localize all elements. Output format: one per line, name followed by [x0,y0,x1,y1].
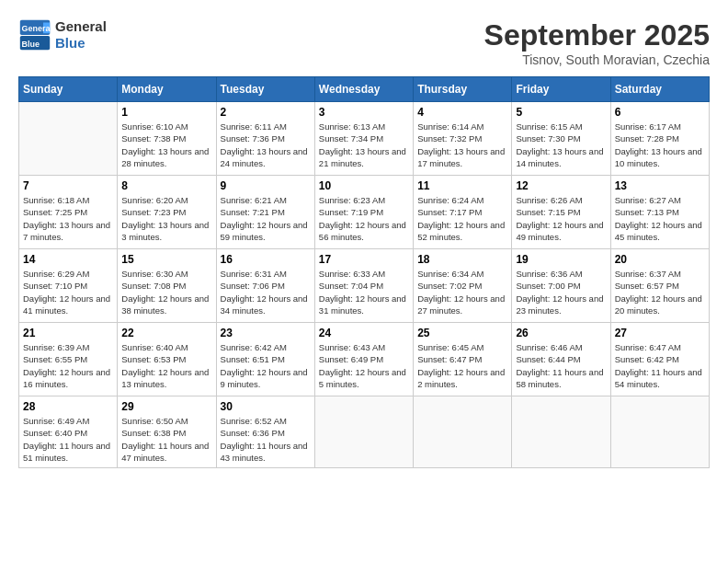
weekday-header-saturday: Saturday [610,77,709,102]
day-info: Sunrise: 6:17 AMSunset: 7:28 PMDaylight:… [615,121,705,169]
day-number: 9 [221,179,311,192]
day-number: 2 [221,106,311,119]
calendar-cell: 8Sunrise: 6:20 AMSunset: 7:23 PMDaylight… [118,176,216,249]
calendar-cell: 17Sunrise: 6:33 AMSunset: 7:04 PMDayligh… [314,249,413,323]
calendar-cell: 5Sunrise: 6:15 AMSunset: 7:30 PMDaylight… [512,102,610,176]
calendar-cell: 4Sunrise: 6:14 AMSunset: 7:32 PMDaylight… [414,102,512,176]
day-info: Sunrise: 6:24 AMSunset: 7:17 PMDaylight:… [417,194,507,243]
weekday-header-sunday: Sunday [19,77,118,102]
day-number: 21 [23,327,113,339]
day-info: Sunrise: 6:34 AMSunset: 7:02 PMDaylight:… [417,268,507,316]
calendar-cell: 6Sunrise: 6:17 AMSunset: 7:28 PMDaylight… [610,102,709,176]
day-number: 18 [417,253,507,266]
weekday-header-tuesday: Tuesday [216,77,314,102]
day-number: 7 [23,179,113,192]
calendar-cell: 2Sunrise: 6:11 AMSunset: 7:36 PMDaylight… [216,102,314,176]
weekday-header-wednesday: Wednesday [314,77,413,102]
calendar-cell: 12Sunrise: 6:26 AMSunset: 7:15 PMDayligh… [512,176,610,249]
day-info: Sunrise: 6:15 AMSunset: 7:30 PMDaylight:… [516,121,606,169]
title-block: September 2025 Tisnov, South Moravian, C… [484,18,710,67]
calendar-cell: 30Sunrise: 6:52 AMSunset: 6:36 PMDayligh… [216,396,314,468]
logo-icon: General Blue [18,18,51,52]
logo: General Blue General Blue [18,18,107,52]
calendar-cell: 24Sunrise: 6:43 AMSunset: 6:49 PMDayligh… [314,323,413,396]
calendar-cell: 26Sunrise: 6:46 AMSunset: 6:44 PMDayligh… [512,323,610,396]
day-number: 10 [319,179,409,192]
day-info: Sunrise: 6:20 AMSunset: 7:23 PMDaylight:… [121,194,211,243]
day-number: 6 [615,106,705,119]
svg-text:Blue: Blue [22,40,40,49]
calendar-cell: 23Sunrise: 6:42 AMSunset: 6:51 PMDayligh… [216,323,314,396]
day-number: 3 [319,106,409,119]
calendar-cell [314,396,413,468]
day-info: Sunrise: 6:52 AMSunset: 6:36 PMDaylight:… [221,415,311,464]
day-number: 14 [23,253,113,266]
day-info: Sunrise: 6:21 AMSunset: 7:21 PMDaylight:… [221,194,311,243]
calendar-cell: 19Sunrise: 6:36 AMSunset: 7:00 PMDayligh… [512,249,610,323]
calendar-cell: 22Sunrise: 6:40 AMSunset: 6:53 PMDayligh… [118,323,216,396]
calendar-cell: 27Sunrise: 6:47 AMSunset: 6:42 PMDayligh… [610,323,709,396]
day-number: 8 [121,179,211,192]
day-info: Sunrise: 6:39 AMSunset: 6:55 PMDaylight:… [23,341,113,390]
day-info: Sunrise: 6:14 AMSunset: 7:32 PMDaylight:… [417,121,507,169]
day-info: Sunrise: 6:27 AMSunset: 7:13 PMDaylight:… [615,194,705,243]
calendar-cell: 25Sunrise: 6:45 AMSunset: 6:47 PMDayligh… [414,323,512,396]
day-number: 12 [516,179,606,192]
calendar-cell: 13Sunrise: 6:27 AMSunset: 7:13 PMDayligh… [610,176,709,249]
location-subtitle: Tisnov, South Moravian, Czechia [484,52,710,67]
calendar-cell [414,396,512,468]
day-info: Sunrise: 6:11 AMSunset: 7:36 PMDaylight:… [221,121,311,169]
day-number: 27 [615,327,705,339]
day-info: Sunrise: 6:46 AMSunset: 6:44 PMDaylight:… [516,341,606,390]
day-info: Sunrise: 6:37 AMSunset: 6:57 PMDaylight:… [615,268,705,316]
calendar-week-4: 28Sunrise: 6:49 AMSunset: 6:40 PMDayligh… [19,396,710,468]
day-number: 26 [516,327,606,339]
calendar-cell: 18Sunrise: 6:34 AMSunset: 7:02 PMDayligh… [414,249,512,323]
calendar-week-2: 14Sunrise: 6:29 AMSunset: 7:10 PMDayligh… [19,249,710,323]
calendar-cell: 9Sunrise: 6:21 AMSunset: 7:21 PMDaylight… [216,176,314,249]
weekday-header-thursday: Thursday [414,77,512,102]
calendar-cell: 11Sunrise: 6:24 AMSunset: 7:17 PMDayligh… [414,176,512,249]
day-info: Sunrise: 6:33 AMSunset: 7:04 PMDaylight:… [319,268,409,316]
month-title: September 2025 [484,18,710,52]
day-info: Sunrise: 6:36 AMSunset: 7:00 PMDaylight:… [516,268,606,316]
calendar-cell: 21Sunrise: 6:39 AMSunset: 6:55 PMDayligh… [19,323,118,396]
day-number: 30 [221,400,311,413]
day-info: Sunrise: 6:50 AMSunset: 6:38 PMDaylight:… [121,415,211,464]
day-info: Sunrise: 6:49 AMSunset: 6:40 PMDaylight:… [23,415,113,464]
day-number: 24 [319,327,409,339]
day-info: Sunrise: 6:23 AMSunset: 7:19 PMDaylight:… [319,194,409,243]
calendar-cell [610,396,709,468]
calendar-cell: 3Sunrise: 6:13 AMSunset: 7:34 PMDaylight… [314,102,413,176]
day-info: Sunrise: 6:40 AMSunset: 6:53 PMDaylight:… [121,341,211,390]
day-info: Sunrise: 6:31 AMSunset: 7:06 PMDaylight:… [221,268,311,316]
calendar-cell: 28Sunrise: 6:49 AMSunset: 6:40 PMDayligh… [19,396,118,468]
day-number: 25 [417,327,507,339]
calendar-cell [512,396,610,468]
day-number: 15 [121,253,211,266]
day-info: Sunrise: 6:10 AMSunset: 7:38 PMDaylight:… [121,121,211,169]
day-number: 28 [23,400,113,413]
calendar-cell: 16Sunrise: 6:31 AMSunset: 7:06 PMDayligh… [216,249,314,323]
calendar-cell: 10Sunrise: 6:23 AMSunset: 7:19 PMDayligh… [314,176,413,249]
calendar-cell: 14Sunrise: 6:29 AMSunset: 7:10 PMDayligh… [19,249,118,323]
calendar-week-0: 1Sunrise: 6:10 AMSunset: 7:38 PMDaylight… [19,102,710,176]
calendar-cell: 15Sunrise: 6:30 AMSunset: 7:08 PMDayligh… [118,249,216,323]
day-number: 16 [221,253,311,266]
calendar-table: SundayMondayTuesdayWednesdayThursdayFrid… [18,76,710,468]
day-number: 4 [417,106,507,119]
day-number: 23 [221,327,311,339]
logo-blue-text: Blue [55,35,107,52]
day-info: Sunrise: 6:29 AMSunset: 7:10 PMDaylight:… [23,268,113,316]
day-number: 19 [516,253,606,266]
day-number: 17 [319,253,409,266]
weekday-header-friday: Friday [512,77,610,102]
day-number: 29 [121,400,211,413]
day-info: Sunrise: 6:42 AMSunset: 6:51 PMDaylight:… [221,341,311,390]
day-info: Sunrise: 6:30 AMSunset: 7:08 PMDaylight:… [121,268,211,316]
page-header: General Blue General Blue September 2025… [18,18,710,67]
day-number: 1 [121,106,211,119]
calendar-week-1: 7Sunrise: 6:18 AMSunset: 7:25 PMDaylight… [19,176,710,249]
day-info: Sunrise: 6:18 AMSunset: 7:25 PMDaylight:… [23,194,113,243]
day-number: 22 [121,327,211,339]
